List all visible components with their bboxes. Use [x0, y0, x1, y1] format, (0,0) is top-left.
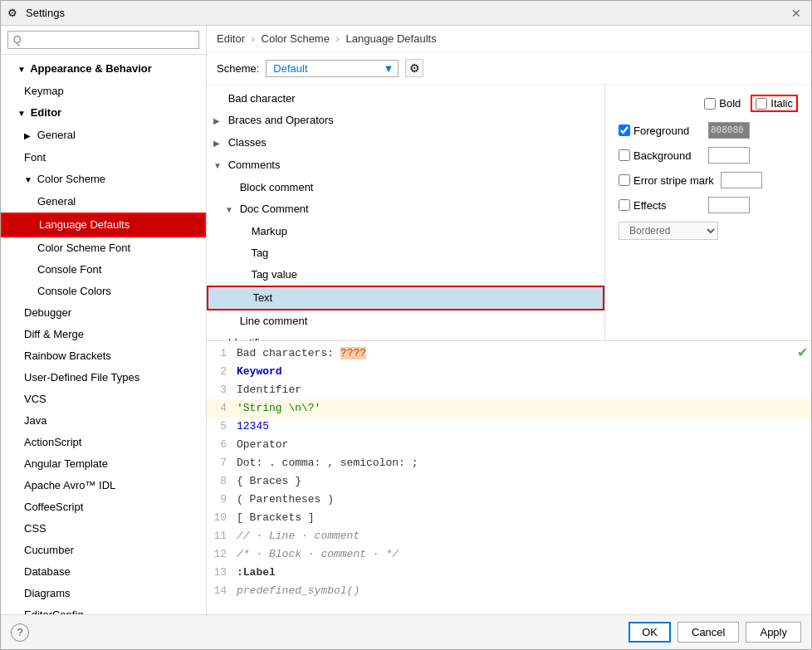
scheme-item-comments[interactable]: ▼ Comments: [207, 154, 604, 177]
code-line-14: 14 predefined_symbol(): [207, 582, 811, 600]
error-stripe-checkbox-label[interactable]: Error stripe mark: [619, 174, 714, 187]
breadcrumb-langdefaults: Language Defaults: [346, 32, 437, 45]
sidebar-item-css[interactable]: CSS: [1, 518, 206, 540]
effects-checkbox-label[interactable]: Effects: [619, 199, 702, 212]
scheme-item-text[interactable]: Text: [207, 286, 604, 310]
sidebar-item-language-defaults[interactable]: Language Defaults: [1, 213, 206, 237]
sidebar-item-apache-avro[interactable]: Apache Avro™ IDL: [1, 475, 206, 496]
scheme-item-identifiers[interactable]: ▶ Identifiers: [207, 332, 604, 340]
sidebar-item-editorconfig[interactable]: EditorConfig: [1, 604, 206, 614]
scheme-gear-button[interactable]: ⚙: [405, 59, 423, 77]
scheme-item-braces[interactable]: ▶ Braces and Operators: [207, 110, 604, 132]
sidebar-item-font[interactable]: Font: [1, 147, 206, 169]
sidebar-item-vcs[interactable]: VCS: [1, 389, 206, 410]
sidebar-item-label: Cucumber: [24, 544, 74, 556]
scheme-item-classes[interactable]: ▶ Classes: [207, 132, 604, 154]
background-checkbox-label[interactable]: Background: [619, 149, 702, 162]
cancel-button[interactable]: Cancel: [677, 622, 739, 643]
code-text: 'String \n\?': [237, 402, 320, 414]
scheme-item-doc-comment[interactable]: ▼ Doc Comment: [207, 198, 604, 221]
error-stripe-checkbox[interactable]: [619, 174, 630, 186]
bold-checkbox[interactable]: [704, 98, 716, 110]
sidebar-item-diff-merge[interactable]: Diff & Merge: [1, 324, 206, 345]
effects-checkbox[interactable]: [619, 199, 630, 211]
scheme-item-block-comment[interactable]: Block comment: [207, 177, 604, 198]
sidebar-item-general[interactable]: ▶ General: [1, 125, 206, 147]
sidebar-item-label: General: [37, 195, 76, 208]
code-line-1: 1 Bad characters: ????: [207, 345, 811, 363]
sidebar-item-debugger[interactable]: Debugger: [1, 302, 206, 324]
close-button[interactable]: ✕: [788, 5, 805, 22]
line-num-7: 7: [207, 454, 233, 472]
search-input[interactable]: [7, 31, 199, 49]
ok-button[interactable]: OK: [629, 622, 671, 643]
sidebar-item-keymap[interactable]: Keymap: [1, 81, 206, 102]
sidebar-item-database[interactable]: Database: [1, 561, 206, 583]
background-checkbox[interactable]: [619, 149, 630, 161]
code-text: :Label: [237, 566, 276, 579]
scheme-label: Scheme:: [217, 62, 259, 75]
sidebar-item-user-defined[interactable]: User-Defined File Types: [1, 367, 206, 389]
window-title: Settings: [26, 7, 788, 19]
code-line-2: 2 Keyword: [207, 363, 811, 381]
panel-split: Bad character ▶ Braces and Operators ▶ C…: [207, 85, 811, 340]
code-line-13: 13 :Label: [207, 564, 811, 582]
arrow-icon: ▼: [225, 201, 237, 219]
scheme-item-label: Classes: [228, 136, 267, 149]
sidebar-item-cucumber[interactable]: Cucumber: [1, 540, 206, 561]
italic-checkbox-label[interactable]: Italic: [751, 95, 798, 112]
foreground-checkbox-label[interactable]: Foreground: [619, 125, 702, 137]
italic-checkbox[interactable]: [756, 98, 767, 110]
background-color-swatch[interactable]: [708, 147, 750, 164]
sidebar: ▼ Appearance & Behavior Keymap ▼ Editor …: [1, 26, 207, 614]
effects-dropdown[interactable]: Bordered: [619, 222, 718, 240]
line-num-14: 14: [207, 582, 233, 600]
sidebar-item-coffeescript[interactable]: CoffeeScript: [1, 496, 206, 518]
code-line-8: 8 { Braces }: [207, 472, 811, 491]
settings-window: ⚙ Settings ✕ ▼ Appearance & Behavior Key…: [0, 0, 812, 650]
search-box: [1, 26, 206, 55]
bold-checkbox-label[interactable]: Bold: [704, 97, 741, 110]
sidebar-item-angular[interactable]: Angular Template: [1, 453, 206, 475]
sidebar-item-editor[interactable]: ▼ Editor: [1, 102, 206, 125]
sidebar-item-console-colors[interactable]: Console Colors: [1, 281, 206, 302]
effects-color-swatch[interactable]: [708, 197, 750, 213]
arrow-icon: ▼: [24, 171, 34, 189]
sidebar-item-diagrams[interactable]: Diagrams: [1, 583, 206, 604]
foreground-color-swatch[interactable]: 808080: [708, 122, 750, 139]
sidebar-item-cs-font[interactable]: Color Scheme Font: [1, 237, 206, 259]
arrow-icon: ▶: [213, 335, 225, 340]
line-content-10: [ Brackets ]: [233, 509, 811, 527]
arrow-icon: ▼: [213, 157, 225, 175]
sidebar-item-appearance[interactable]: ▼ Appearance & Behavior: [1, 58, 206, 81]
scheme-item-bad-char[interactable]: Bad character: [207, 88, 604, 110]
sidebar-item-label: Editor: [31, 106, 62, 119]
checkmark-icon: ✔: [797, 345, 808, 360]
apply-button[interactable]: Apply: [746, 622, 801, 643]
bold-italic-row: Bold Italic: [619, 95, 798, 112]
sidebar-item-cs-general[interactable]: General: [1, 191, 206, 213]
italic-label: Italic: [770, 97, 793, 110]
sidebar-item-java[interactable]: Java: [1, 410, 206, 432]
code-line-11: 11 // · Line · comment: [207, 527, 811, 545]
bad-char-highlight: ????: [340, 347, 366, 359]
sidebar-item-actionscript[interactable]: ActionScript: [1, 432, 206, 453]
sidebar-item-console-font[interactable]: Console Font: [1, 259, 206, 281]
scheme-item-markup[interactable]: Markup: [207, 221, 604, 242]
scheme-item-label: Tag: [251, 247, 268, 259]
sidebar-item-label: Font: [24, 151, 46, 164]
line-content-1: Bad characters: ????: [233, 345, 811, 363]
error-stripe-color-swatch[interactable]: [721, 172, 762, 188]
sidebar-item-rainbow[interactable]: Rainbow Brackets: [1, 345, 206, 367]
help-button[interactable]: ?: [11, 623, 29, 642]
scheme-item-line-comment[interactable]: Line comment: [207, 310, 604, 332]
line-content-7: Dot: . comma: , semicolon: ;: [233, 454, 811, 472]
line-num-1: 1: [207, 345, 233, 363]
sidebar-item-label: Diff & Merge: [24, 328, 84, 340]
scheme-select[interactable]: Default: [266, 60, 399, 77]
scheme-item-tag-value[interactable]: Tag value: [207, 264, 604, 286]
arrow-icon: ▼: [17, 105, 27, 123]
foreground-checkbox[interactable]: [619, 125, 630, 136]
sidebar-item-colorscheme[interactable]: ▼ Color Scheme: [1, 169, 206, 191]
scheme-item-tag[interactable]: Tag: [207, 242, 604, 264]
